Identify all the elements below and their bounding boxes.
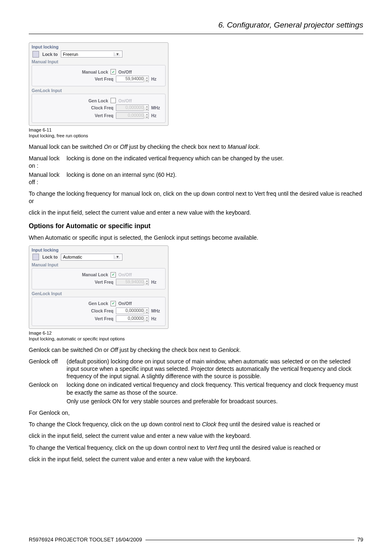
body-text: Manual lock can be switched On or Off ju… (29, 143, 363, 150)
onoff-text: On/Off (118, 301, 162, 306)
image-caption-num: Image 6-11 (29, 127, 363, 132)
gl-vert-freq-label: Vert Freq (81, 113, 113, 118)
group-label: Input locking (32, 44, 166, 49)
spinner-icon: ▲▼ (143, 113, 148, 119)
manual-lock-checkbox[interactable]: ✔ (111, 69, 116, 74)
gl-vert-freq-input[interactable]: 0,00000▲▼ (116, 315, 149, 322)
unit-mhz: MHz (151, 105, 162, 110)
onoff-text: On/Off (118, 98, 162, 103)
definition-row: Manual lock on : locking is done on the … (29, 155, 363, 169)
body-text: To change the locking frequency for manu… (29, 190, 363, 205)
onoff-text: On/Off (118, 69, 162, 74)
body-text: click in the input field, select the cur… (29, 432, 363, 439)
footer-rule (145, 540, 354, 540)
vert-freq-input[interactable]: 59,94000▲▼ (116, 76, 149, 82)
footer-page-number: 79 (357, 536, 363, 543)
body-text: click in the input field, select the cur… (29, 456, 363, 463)
def-term: Manual lock on : (29, 155, 67, 169)
vert-freq-label: Vert Freq (81, 76, 113, 81)
lockto-label: Lock to (42, 254, 58, 259)
input-locking-panel-freerun: Input locking Lock to Freerun ▼ Manual I… (29, 42, 168, 126)
spinner-icon: ▲▼ (143, 280, 148, 285)
gen-lock-checkbox[interactable]: ✔ (111, 301, 116, 306)
definition-row: Manual lock off : locking is done on an … (29, 171, 363, 186)
def-desc: Only use genlock ON for very stable sour… (67, 398, 278, 405)
def-term: Genlock on (29, 381, 67, 396)
input-locking-panel-automatic: Input locking Lock to Automatic ▼ Manual… (29, 245, 168, 329)
body-text: To change the Vertical frequency, click … (29, 444, 363, 451)
spinner-icon[interactable]: ▲▼ (143, 316, 148, 322)
vert-freq-input: 59,94000▲▼ (116, 279, 149, 285)
body-text: click in the input field, select the cur… (29, 209, 363, 216)
body-text: For Genlock on, (29, 409, 363, 416)
clock-freq-input: 0,000000▲▼ (116, 104, 149, 111)
header-rule (29, 34, 363, 34)
manual-lock-checkbox[interactable]: ✔ (111, 272, 116, 278)
body-text: When Automatic or specific input is sele… (29, 234, 363, 241)
lockto-select-value: Freerun (63, 52, 78, 57)
def-desc: (default position) locking done on input… (67, 358, 363, 380)
genlock-input-label: GenLock Input (32, 88, 166, 93)
genlock-input-label: GenLock Input (32, 291, 166, 296)
def-term: Manual lock off : (29, 171, 67, 186)
gen-lock-label: Gen Lock (75, 98, 108, 103)
spinner-icon: ▲▼ (143, 105, 148, 111)
dropdown-arrow-icon[interactable]: ▼ (114, 52, 120, 56)
clock-freq-input[interactable]: 0,000000▲▼ (116, 308, 149, 314)
definition-row: Genlock off (default position) locking d… (29, 358, 363, 380)
vert-freq-label: Vert Freq (81, 280, 113, 284)
clock-freq-label: Clock Freq (81, 105, 113, 110)
lockto-select-value: Automatic (63, 254, 82, 259)
def-desc: locking done on indicated vertical frequ… (67, 381, 363, 396)
section-heading: Options for Automatic or specific input (29, 222, 363, 230)
definition-row: Genlock on locking done on indicated ver… (29, 381, 363, 396)
image-caption-text: Input locking, free run options (29, 133, 363, 138)
def-desc: locking is done on an internal sync (60 … (67, 171, 177, 186)
unit-hz: Hz (151, 280, 162, 284)
gen-lock-checkbox[interactable] (111, 98, 116, 103)
definition-row: Only use genlock ON for very stable sour… (29, 398, 363, 405)
body-text: Genlock can be switched On or Off just b… (29, 346, 363, 354)
image-caption-text: Input locking, automatic or specific inp… (29, 336, 363, 341)
footer-left: R5976924 PROJECTOR TOOLSET 16/04/2009 (29, 536, 142, 543)
body-text: To change the Clock frequency, click on … (29, 421, 363, 428)
def-term: Genlock off (29, 358, 67, 380)
onoff-text: On/Off (118, 272, 162, 277)
lockto-label: Lock to (42, 52, 58, 57)
gl-vert-freq-input: 0,00000▲▼ (116, 112, 149, 119)
manual-input-label: Manual Input (32, 59, 166, 64)
dropdown-arrow-icon[interactable]: ▼ (114, 255, 120, 259)
lockto-select[interactable]: Automatic ▼ (61, 254, 122, 261)
manual-lock-label: Manual Lock (75, 69, 108, 74)
unit-hz: Hz (151, 76, 162, 81)
group-label: Input locking (32, 247, 166, 252)
lock-icon (32, 254, 39, 260)
manual-lock-label: Manual Lock (75, 272, 108, 277)
manual-input-label: Manual Input (32, 262, 166, 267)
lockto-select[interactable]: Freerun ▼ (61, 51, 122, 58)
unit-hz: Hz (151, 113, 162, 118)
unit-mhz: MHz (151, 308, 162, 313)
spinner-icon[interactable]: ▲▼ (143, 76, 148, 82)
clock-freq-label: Clock Freq (81, 308, 113, 313)
page-footer: R5976924 PROJECTOR TOOLSET 16/04/2009 79 (29, 536, 363, 543)
page-header-title: 6. Configurator, General projector setti… (29, 21, 363, 30)
unit-hz: Hz (151, 316, 162, 321)
image-caption-num: Image 6-12 (29, 331, 363, 335)
gl-vert-freq-label: Vert Freq (81, 316, 113, 321)
lock-icon (32, 51, 39, 58)
def-desc: locking is done on the indicated vertica… (67, 155, 284, 169)
gen-lock-label: Gen Lock (75, 301, 108, 306)
spinner-icon[interactable]: ▲▼ (143, 308, 148, 314)
